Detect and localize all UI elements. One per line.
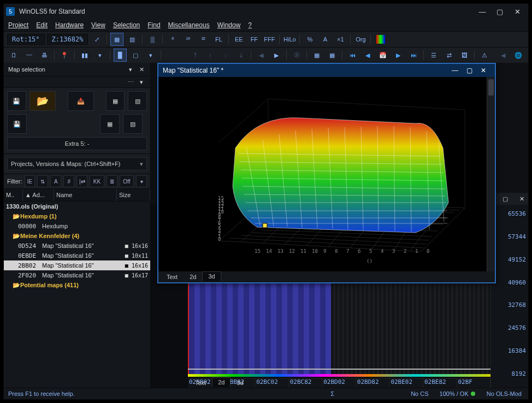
nav-first-icon[interactable]: ⤒ [188,49,202,62]
picture-icon[interactable]: 🖼 [458,49,471,62]
org-icon[interactable]: Org [354,33,367,46]
menu-project[interactable]: Project [8,21,28,29]
menu-find[interactable]: Find [147,21,160,29]
hex-tab-text[interactable]: Text [189,378,212,388]
bars-icon[interactable]: ▮▮ [78,49,91,62]
tool-a-button[interactable]: ▦ [106,91,125,111]
save-alt-button[interactable]: 💾 [7,114,27,134]
back-icon[interactable]: ◀ [496,49,510,62]
filter-sort-button[interactable]: ⇅ [37,175,48,187]
rewind-icon[interactable]: ⏮ [346,49,359,62]
menu-view[interactable]: View [91,21,105,29]
open-folder-button[interactable]: 📂 [29,91,56,111]
panel-caret-icon[interactable]: ▾ [137,78,146,86]
nav-last-icon[interactable]: ⤓ [234,49,247,62]
step-fwd-icon[interactable]: ▶ [392,49,405,62]
tree-row[interactable]: 00000Hexdump [4,221,150,231]
print-icon[interactable]: 🖶 [38,49,51,62]
hex-tab-2d[interactable]: 2d [212,377,230,387]
hex-tab-3d[interactable]: 3d [230,378,249,388]
map-3d-canvas[interactable]: 0011223344556677889910101111121213131414… [158,77,487,271]
font-a-icon[interactable]: A [318,33,332,46]
play-right-icon[interactable]: ▶ [270,49,283,62]
bits-16-icon[interactable]: ¹⁶ [181,33,194,46]
mult1-icon[interactable]: ×1 [334,33,347,46]
col-addr[interactable]: ▲ Ad... [23,189,54,201]
hilo-icon[interactable]: HiLo [283,33,296,46]
endian-fff-icon[interactable]: FFF [263,33,276,46]
filter-list-button[interactable]: ≣ [107,175,117,187]
nav-up-icon[interactable]: ↑ [204,49,217,62]
panel-close-icon[interactable]: ✕ [137,65,146,74]
endian-ee-icon[interactable]: EE [232,33,245,46]
menu-edit[interactable]: Edit [36,21,48,29]
tree-row[interactable]: 📂 Hexdump (1) [4,211,150,221]
map-window-titlebar[interactable]: Map "Statistical 16" * — ▢ ✕ [158,64,495,77]
map-min-button[interactable]: — [448,66,462,75]
extra5-button[interactable]: Extra 5: - [7,137,147,150]
maximize-button[interactable]: ▢ [491,5,509,17]
percent-icon[interactable]: % [303,33,316,46]
bits-fl-icon[interactable]: FL [212,33,225,46]
tool-c-button[interactable]: ▦ [100,114,120,134]
menu-selection[interactable]: Selection [113,21,140,29]
map-close-button[interactable]: ✕ [476,66,490,75]
map-max-button[interactable]: ▢ [462,66,476,75]
tool-d-button[interactable]: ▨ [123,114,143,134]
panel-box-icon[interactable]: ▢ [129,49,142,62]
list-icon[interactable]: ☰ [427,49,440,62]
filter-ie-button[interactable]: IE [25,175,36,187]
panel-fill-icon[interactable]: ▉ [114,49,127,62]
tree-row[interactable]: 2BB02Map "Statistical 16"■ 16x16 [4,260,150,270]
col-size[interactable]: Size [117,189,150,201]
new-icon[interactable]: 🗋 [7,49,20,62]
menu-misc[interactable]: Miscellaneous [168,21,210,29]
swap-icon[interactable]: ⇄ [442,49,456,62]
filter-hash-button[interactable]: # [63,175,74,187]
endian-ff-icon[interactable]: FF [247,33,261,46]
tree-row[interactable]: 📂 Meine Kennfelder (4) [4,231,150,241]
filter-more-button[interactable]: ▾ [136,175,147,187]
rainbow-icon[interactable] [374,33,387,46]
menu-window[interactable]: Window [217,21,241,29]
tool-b-button[interactable]: ▧ [128,91,147,111]
view-mode-b-icon[interactable]: ▥ [126,33,139,46]
filter-swap-button[interactable]: |⇄ [76,175,87,187]
tree-row[interactable]: 📂 Potential maps (411) [4,280,150,290]
panel-menu-icon[interactable]: ▾ [126,65,135,74]
filter-off-button[interactable]: Off [120,175,134,187]
map-tab-text[interactable]: Text [161,272,184,282]
marker-icon[interactable]: 📍 [58,49,71,62]
target-icon[interactable]: ⦿ [290,49,303,62]
col-name[interactable]: Name [54,189,117,201]
calendar-icon[interactable]: 📅 [376,49,389,62]
tree-row[interactable]: 0EBDEMap "Statistical 16"■ 10x11 [4,251,150,260]
filter-a-button[interactable]: A [50,175,61,187]
map-tab-3d[interactable]: 3d [202,271,221,281]
warning-icon[interactable]: ⚠ [478,49,491,62]
expand-icon[interactable]: ⤢ [90,33,103,46]
map-tab-2d[interactable]: 2d [184,272,202,282]
chevron-down-icon[interactable]: ▾ [144,49,157,62]
chevron-down-icon[interactable]: ▾ [93,49,107,62]
col-m[interactable]: M.. [4,189,23,201]
import-button[interactable]: 📥 [68,91,94,111]
projects-dropdown[interactable]: Projects, Versions & Maps: (Ctrl+Shift+F… [7,157,147,170]
ffwd-icon[interactable]: ⏭ [407,49,420,62]
grid-alt-icon[interactable]: ▦ [326,49,339,62]
hex-close-button[interactable]: ✕ [515,194,528,203]
hex-min-button[interactable]: ▢ [499,194,512,203]
tree-row[interactable]: 1330.ols (Original) [4,202,150,211]
view-mode-a-icon[interactable]: ▦ [110,33,123,46]
nav-down-icon[interactable]: ↓ [219,49,232,62]
globe-icon[interactable]: 🌐 [512,49,525,62]
tree-row[interactable]: 2F020Map "Statistical 16"■ 16x17 [4,270,150,280]
tree-row[interactable]: 0D524Map "Statistical 16"■ 16x16 [4,241,150,251]
grid-blue-icon[interactable]: ▦ [310,49,323,62]
bits-32-icon[interactable]: ³² [197,33,210,46]
grid-icon[interactable]: ▒ [146,33,159,46]
bits-8-icon[interactable]: ⁸ [166,33,179,46]
panel-opts-icon[interactable]: ⋯ [126,78,135,86]
save-button[interactable]: 💾 [7,91,26,111]
play-left-icon[interactable]: ◀ [255,49,268,62]
